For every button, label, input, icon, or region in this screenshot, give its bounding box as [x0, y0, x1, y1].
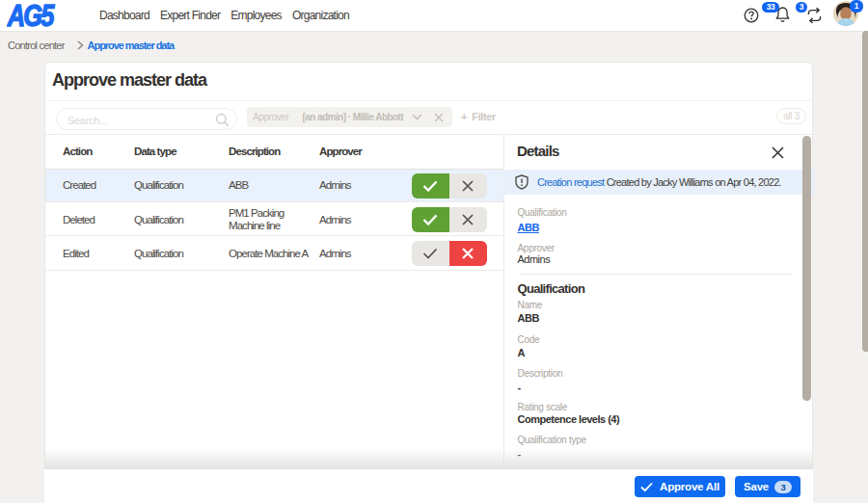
- svg-text:AG5: AG5: [7, 2, 56, 29]
